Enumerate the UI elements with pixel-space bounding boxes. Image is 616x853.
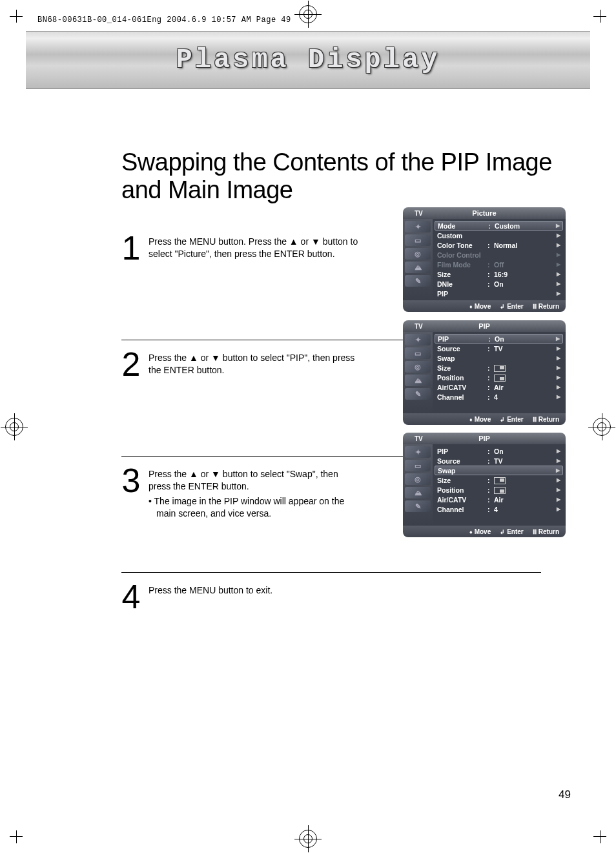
chevron-right-icon: ▶ <box>557 497 560 502</box>
chevron-right-icon: ▶ <box>557 477 560 483</box>
chevron-right-icon: ▶ <box>557 291 560 296</box>
osd-row-value: TV <box>494 345 557 353</box>
osd-side-icon: ▭ <box>405 234 431 246</box>
chevron-right-icon: ▶ <box>557 365 560 371</box>
osd-side-icon: ▭ <box>405 460 431 471</box>
osd-icon-column: ✦▭◎⛰✎ <box>403 332 433 413</box>
chevron-right-icon: ▶ <box>557 232 560 238</box>
osd-row-value: 4 <box>494 393 557 401</box>
osd-row-value: On <box>494 447 557 455</box>
osd-row-label: Position <box>437 486 488 494</box>
osd-row-label: Channel <box>437 393 488 401</box>
chevron-right-icon: ▶ <box>557 375 560 380</box>
osd-row-value: On <box>495 335 556 343</box>
osd-row-value <box>494 364 557 372</box>
chevron-right-icon: ▶ <box>557 345 560 351</box>
step-text: Press the MENU button to exit. <box>149 582 362 597</box>
osd-row: Custom▶ <box>435 231 563 240</box>
osd-row: PIP:On▶ <box>435 334 563 344</box>
osd-row-value <box>494 373 557 382</box>
osd-side-icon: ✦ <box>405 446 431 458</box>
osd-row-label: Source <box>437 345 488 353</box>
osd-hint-move: ♦Move <box>469 416 491 423</box>
step-text: Press the ▲ or ▼ button to select "PIP",… <box>149 349 362 376</box>
osd-hint-enter: ↲Enter <box>500 303 524 310</box>
osd-row-value: TV <box>494 457 557 465</box>
osd-panel-pip-swap: TVPIP✦▭◎⛰✎PIP:On▶Source:TV▶Swap▶Size:▶Po… <box>403 433 566 537</box>
osd-rows: PIP:On▶Source:TV▶Swap▶Size:▶Position:▶Ai… <box>433 444 566 526</box>
osd-row-label: PIP <box>437 290 488 298</box>
osd-row: Swap▶ <box>435 353 563 363</box>
osd-row: Air/CATV:Air▶ <box>435 382 563 392</box>
osd-row-value: On <box>494 280 557 288</box>
osd-side-icon: ▭ <box>405 347 431 359</box>
osd-row: Air/CATV:Air▶ <box>435 495 563 504</box>
osd-row-label: Air/CATV <box>437 384 488 391</box>
chevron-right-icon: ▶ <box>557 506 560 512</box>
osd-side-icon: ⛰ <box>405 487 431 498</box>
osd-row: Position:▶ <box>435 485 563 495</box>
chevron-right-icon: ▶ <box>557 394 560 400</box>
osd-row-label: Mode <box>438 222 488 230</box>
chevron-right-icon: ▶ <box>557 252 560 258</box>
osd-side-icon: ✎ <box>405 388 431 400</box>
osd-row-label: PIP <box>437 447 488 455</box>
osd-footer: ♦Move↲EnterⅢReturn <box>403 413 566 425</box>
banner-title: Plasma Display <box>176 45 440 76</box>
osd-rows: PIP:On▶Source:TV▶Swap▶Size:▶Position:▶Ai… <box>433 332 566 413</box>
osd-side-icon: ⛰ <box>405 375 431 386</box>
osd-body: ✦▭◎⛰✎Mode:Custom▶Custom▶Color Tone:Norma… <box>403 219 566 300</box>
osd-row-value: 4 <box>494 506 557 513</box>
step-number: 2 <box>121 349 141 380</box>
osd-row-label: Size <box>437 477 488 484</box>
osd-source: TV <box>415 323 423 330</box>
chevron-right-icon: ▶ <box>557 487 560 493</box>
step-text-line: Press the ▲ or ▼ button to select "Swap"… <box>149 468 362 493</box>
osd-icon-column: ✦▭◎⛰✎ <box>403 219 433 300</box>
chevron-right-icon: ▶ <box>557 262 560 267</box>
crop-mark <box>593 830 606 843</box>
step-text: Press the MENU button. Press the ▲ or ▼ … <box>149 233 362 260</box>
osd-row-label: Position <box>437 374 488 382</box>
osd-row: Color Tone:Normal▶ <box>435 240 563 250</box>
page-heading: Swapping the Contents of the PIP Image a… <box>121 149 584 204</box>
crop-mark <box>593 10 606 23</box>
osd-side-icon: ◎ <box>405 473 431 485</box>
osd-title: PIP <box>478 435 490 442</box>
step-text: Press the ▲ or ▼ button to select "Swap"… <box>149 466 362 520</box>
osd-row: Source:TV▶ <box>435 456 563 466</box>
chevron-right-icon: ▶ <box>557 242 560 248</box>
chevron-right-icon: ▶ <box>557 271 560 277</box>
osd-row: Mode:Custom▶ <box>435 221 563 231</box>
chevron-right-icon: ▶ <box>557 448 560 454</box>
osd-row-label: PIP <box>438 335 488 343</box>
osd-row-value: Air <box>494 384 557 391</box>
print-slug: BN68-00631B-00_014-061Eng 2004.6.9 10:57… <box>37 15 291 25</box>
step-number: 4 <box>121 582 141 612</box>
chevron-right-icon: ▶ <box>557 458 560 464</box>
osd-row-label: DNIe <box>437 280 488 288</box>
register-mark <box>299 830 317 848</box>
osd-source: TV <box>415 210 423 217</box>
osd-side-icon: ✎ <box>405 500 431 512</box>
osd-row: PIP▶ <box>435 289 563 298</box>
step: 4 Press the MENU button to exit. <box>121 582 584 612</box>
osd-row-value: Off <box>494 261 557 269</box>
osd-title: Picture <box>472 209 496 217</box>
chevron-right-icon: ▶ <box>557 384 560 390</box>
osd-panel-picture: TVPicture✦▭◎⛰✎Mode:Custom▶Custom▶Color T… <box>403 207 566 312</box>
osd-row-label: Color Tone <box>437 242 488 249</box>
osd-row-label: Film Mode <box>437 261 488 269</box>
osd-icon-column: ✦▭◎⛰✎ <box>403 444 433 526</box>
banner: Plasma Display <box>26 31 590 89</box>
page-content: Swapping the Contents of the PIP Image a… <box>32 103 584 814</box>
chevron-right-icon: ▶ <box>556 336 560 342</box>
divider <box>121 572 541 573</box>
osd-row-label: Size <box>437 271 488 278</box>
osd-row-label: Air/CATV <box>437 496 488 504</box>
step-number: 3 <box>121 466 141 496</box>
osd-row: Position:▶ <box>435 373 563 382</box>
chevron-right-icon: ▶ <box>557 355 560 361</box>
osd-row: Film Mode:Off▶ <box>435 260 563 269</box>
osd-footer: ♦Move↲EnterⅢReturn <box>403 300 566 312</box>
